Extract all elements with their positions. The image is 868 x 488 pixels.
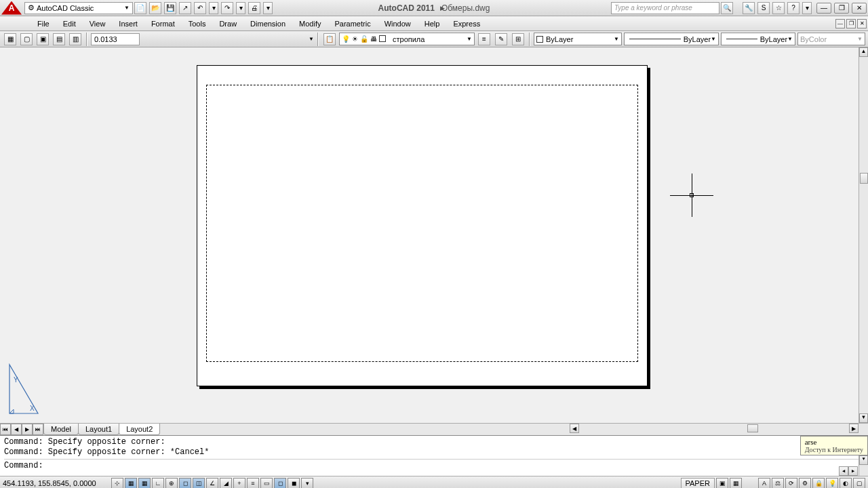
hscroll-thumb[interactable] — [747, 424, 758, 432]
layer-tool-3[interactable]: ⊞ — [512, 33, 524, 45]
ortho-button[interactable]: ∟ — [152, 478, 164, 489]
plotstyle-combo[interactable]: ByColor ▼ — [797, 33, 865, 45]
vscroll-thumb[interactable] — [860, 173, 868, 184]
status-coordinates[interactable]: 454.1193, 155.8545, 0.0000 — [3, 479, 111, 487]
quickview-drawings-button[interactable]: ▦ — [730, 478, 742, 489]
layer-tool-2[interactable]: ✎ — [495, 33, 507, 45]
osnap3d-button[interactable]: ◫ — [193, 478, 205, 489]
layer-props-button[interactable]: 📋 — [323, 33, 336, 45]
doc-restore-button[interactable]: ❐ — [846, 19, 856, 28]
hardware-accel-button[interactable]: 💡 — [826, 478, 838, 489]
dyn-button[interactable]: + — [233, 478, 245, 489]
print-dropdown[interactable]: ▾ — [263, 2, 273, 14]
menu-edit[interactable]: Edit — [56, 18, 83, 30]
snap-button[interactable]: ▦ — [125, 478, 137, 489]
drawing-area[interactable]: Y X ▲ ▼ — [0, 47, 868, 423]
more-button[interactable]: ▾ — [301, 478, 313, 489]
scroll-up-button[interactable]: ▲ — [859, 47, 868, 57]
lineweight-combo[interactable]: ByLayer ▼ — [721, 33, 795, 45]
sc-button[interactable]: ◼ — [288, 478, 300, 489]
chevron-down-icon[interactable]: ▼ — [309, 36, 314, 42]
space-indicator[interactable]: PAPER — [681, 478, 715, 489]
menu-insert[interactable]: Insert — [112, 18, 144, 30]
toolbar-lock-button[interactable]: 🔒 — [812, 478, 825, 489]
tool-icon-3[interactable]: ▣ — [37, 33, 49, 45]
menu-view[interactable]: View — [83, 18, 113, 30]
lwt-button[interactable]: ≡ — [247, 478, 259, 489]
tab-last-button[interactable]: ⏭ — [33, 424, 43, 435]
horizontal-scrollbar[interactable]: ◀ ▶ — [570, 424, 859, 433]
scroll-right-button[interactable]: ▶ — [848, 466, 858, 476]
grid-button[interactable]: ▦ — [138, 478, 151, 489]
menu-modify[interactable]: Modify — [292, 18, 328, 30]
menu-express[interactable]: Express — [446, 18, 487, 30]
layer-combo[interactable]: 💡 ☀ 🔓 🖶 стропила ▼ — [339, 33, 475, 45]
new-button[interactable]: 📄 — [134, 2, 146, 14]
redo-button[interactable]: ↷ — [221, 2, 233, 14]
tab-prev-button[interactable]: ◀ — [11, 424, 22, 435]
quickview-layouts-button[interactable]: ▣ — [716, 478, 728, 489]
menu-dimension[interactable]: Dimension — [243, 18, 292, 30]
search-input[interactable]: Type a keyword or phrase — [611, 2, 719, 14]
maximize-button[interactable]: ❐ — [834, 3, 849, 14]
tool-icon-5[interactable]: ▥ — [69, 33, 81, 45]
isolate-button[interactable]: ◐ — [840, 478, 852, 489]
annotation-auto-button[interactable]: ⟳ — [785, 478, 797, 489]
save-button[interactable]: 💾 — [164, 2, 176, 14]
otrack-button[interactable]: ∠ — [206, 478, 218, 489]
linetype-combo[interactable]: ByLayer ▼ — [624, 33, 719, 45]
infer-button[interactable]: ⊹ — [111, 478, 123, 489]
favorites-button[interactable]: ☆ — [772, 2, 785, 14]
lineweight-input[interactable] — [91, 33, 140, 45]
menu-format[interactable]: Format — [144, 18, 182, 30]
doc-minimize-button[interactable]: — — [835, 19, 845, 28]
saveas-button[interactable]: ↗ — [179, 2, 191, 14]
clean-screen-button[interactable]: ▢ — [853, 478, 865, 489]
menu-help[interactable]: Help — [418, 18, 447, 30]
menu-file[interactable]: File — [31, 18, 56, 30]
scroll-down-button[interactable]: ▼ — [859, 413, 868, 423]
menu-tools[interactable]: Tools — [182, 18, 213, 30]
help-button[interactable]: ? — [787, 2, 800, 14]
print-button[interactable]: 🖨 — [248, 2, 260, 14]
menu-window[interactable]: Window — [378, 18, 418, 30]
redo-dropdown[interactable]: ▾ — [236, 2, 245, 14]
help-dropdown[interactable]: ▾ — [802, 2, 812, 14]
subscription-button[interactable]: S — [757, 2, 770, 14]
scroll-right-button[interactable]: ▶ — [849, 424, 859, 433]
tool-icon-1[interactable]: ▦ — [4, 33, 16, 45]
scroll-left-button[interactable]: ◀ — [839, 466, 848, 476]
vertical-scrollbar[interactable]: ▲ ▼ — [859, 47, 868, 423]
menu-parametric[interactable]: Parametric — [328, 18, 377, 30]
doc-close-button[interactable]: ✕ — [857, 19, 867, 28]
qp-button[interactable]: ◻ — [274, 478, 286, 489]
tool-icon-4[interactable]: ▤ — [53, 33, 65, 45]
tab-model[interactable]: Model — [43, 424, 79, 435]
command-window[interactable]: Command: Specify opposite corner: Comman… — [0, 435, 868, 476]
workspace-switch-button[interactable]: ⚙ — [799, 478, 811, 489]
app-logo-icon[interactable]: A — [1, 1, 22, 15]
command-prompt[interactable]: Command: — [4, 459, 864, 471]
close-button[interactable]: ✕ — [852, 3, 867, 14]
osnap-button[interactable]: ◻ — [179, 478, 191, 489]
tab-next-button[interactable]: ▶ — [22, 424, 33, 435]
open-button[interactable]: 📂 — [149, 2, 161, 14]
tpy-button[interactable]: ▭ — [260, 478, 273, 489]
workspace-selector[interactable]: ⚙ AutoCAD Classic ▼ — [24, 2, 133, 14]
tab-layout2[interactable]: Layout2 — [119, 424, 160, 435]
scroll-down-button[interactable]: ▼ — [859, 455, 868, 465]
ducs-button[interactable]: ◢ — [220, 478, 232, 489]
minimize-button[interactable]: — — [816, 3, 831, 14]
undo-dropdown[interactable]: ▾ — [209, 2, 218, 14]
exchange-button[interactable]: 🔧 — [743, 2, 755, 14]
menu-draw[interactable]: Draw — [212, 18, 243, 30]
tab-first-button[interactable]: ⏮ — [0, 424, 11, 435]
polar-button[interactable]: ⊕ — [165, 478, 178, 489]
color-combo[interactable]: ByLayer ▼ — [534, 33, 622, 45]
search-button[interactable]: 🔍 — [721, 2, 733, 14]
tool-icon-2[interactable]: ▢ — [20, 33, 33, 45]
annotation-visibility-button[interactable]: ⚖ — [772, 478, 784, 489]
tab-layout1[interactable]: Layout1 — [78, 424, 119, 435]
annotation-scale-button[interactable]: A — [758, 478, 770, 489]
scroll-left-button[interactable]: ◀ — [570, 424, 579, 433]
